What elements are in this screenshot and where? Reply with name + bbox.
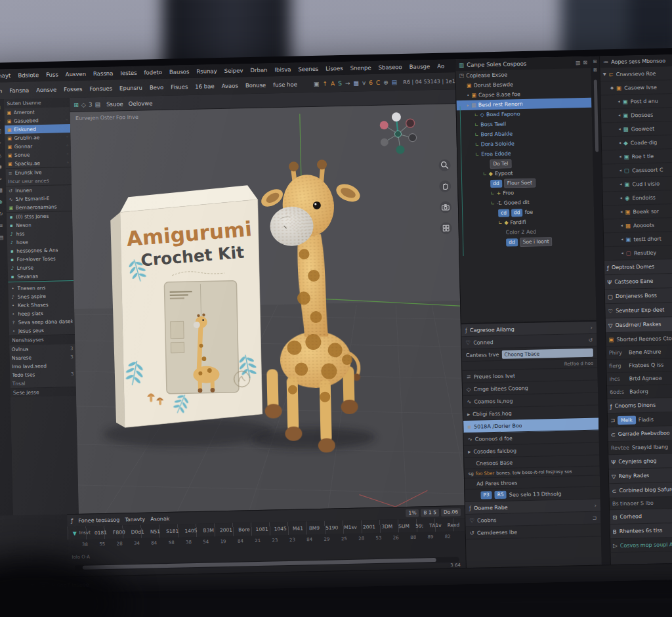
frame-number[interactable]: 8M9 — [309, 524, 320, 530]
node-chip[interactable]: cd — [498, 209, 509, 217]
panel-row[interactable]: ⊂ Corbined blog Safurg — [609, 482, 672, 498]
node-chip[interactable]: dd — [511, 209, 523, 217]
menu-item[interactable]: Rsunay — [193, 68, 220, 75]
frame-number[interactable]: N51 — [150, 528, 160, 534]
gizmo-center[interactable] — [394, 131, 401, 137]
property-arrow[interactable]: › — [595, 502, 597, 508]
menu-item[interactable]: Bausos — [166, 68, 193, 75]
tool-icon[interactable]: A — [331, 80, 335, 87]
workspace-tab[interactable]: Fanuvn — [0, 87, 6, 95]
tool-strip-icon[interactable]: ⊕ — [0, 199, 5, 205]
tool-strip-icon[interactable]: ≡ — [0, 223, 5, 228]
panel-row[interactable]: ▣ Sborted Reeneos Ctondas — [606, 331, 672, 347]
menu-item[interactable]: Ausven — [62, 70, 89, 77]
list-item[interactable]: Tnsal — [10, 378, 76, 388]
pan-button[interactable] — [439, 180, 451, 192]
panel-row[interactable]: ihcs Brtd Agnaoa — [607, 371, 672, 386]
node-button[interactable]: Flour Soet — [504, 178, 536, 188]
menu-item[interactable]: Lisoes — [322, 65, 346, 72]
timeline-editor-icon[interactable]: ƒ — [71, 517, 73, 524]
tool-strip-icon[interactable]: ◉ — [0, 163, 4, 169]
expand-icon[interactable]: ∟ — [474, 112, 478, 117]
expand-icon[interactable]: ◂ — [621, 237, 623, 242]
menu-item[interactable]: Rassna — [90, 70, 117, 77]
gizmo-axis-top[interactable] — [392, 112, 401, 121]
tool-icon[interactable]: 6 — [369, 79, 373, 86]
frame-number[interactable]: 2001 — [220, 526, 232, 532]
list-item[interactable]: • Jesus seus — [9, 326, 75, 335]
menu-item[interactable]: Sbaseoo — [375, 64, 406, 71]
gizmo-axis-right[interactable] — [406, 119, 415, 127]
tool-strip-icon[interactable]: + — [0, 140, 3, 146]
frame-control-chip[interactable]: 1% — [406, 509, 419, 517]
frame-number[interactable]: 3DM — [381, 523, 392, 529]
viewport-icon[interactable]: ⊞ — [74, 101, 79, 108]
property-chip[interactable]: R5 — [495, 491, 507, 499]
pin-icon[interactable]: ⊠ — [593, 68, 597, 73]
panel-row[interactable]: ƒ Cnooms Dinons — [607, 397, 672, 414]
workspace-tab[interactable]: Bevo — [146, 84, 167, 91]
menu-item[interactable]: Snenpe — [347, 64, 375, 72]
property-chip[interactable]: P3 — [480, 491, 492, 499]
frame-number[interactable]: F800 — [113, 529, 125, 535]
expand-icon[interactable]: ∟ — [498, 220, 502, 225]
frame-number[interactable]: Rexd — [448, 522, 460, 528]
panel-row[interactable]: ◂ ▩ Gooweet — [601, 121, 672, 137]
frame-number[interactable]: B3M — [203, 527, 214, 533]
frame-number[interactable]: SUM — [398, 522, 410, 528]
node-chip[interactable]: dd — [506, 238, 518, 246]
list-item[interactable]: ▪ Sevanas — [8, 271, 74, 281]
tool-icon[interactable]: S — [338, 80, 342, 87]
node-button[interactable]: Do Tel — [490, 159, 511, 169]
panel-row[interactable]: ⊂ Gerrade Paebvdboo — [608, 425, 672, 442]
timeline-menu-item[interactable]: Tanavty — [125, 516, 145, 522]
menu-item[interactable]: Bdsiote — [14, 72, 42, 79]
panel-row[interactable]: Ψ Ceynjess ghog — [608, 453, 672, 469]
viewport-icon[interactable]: ◇ — [81, 101, 86, 108]
viewport-menu[interactable]: Oelovwe — [127, 100, 155, 107]
frame-number[interactable]: 1405 — [184, 527, 197, 533]
frame-control-chip[interactable]: Do.06 — [441, 508, 461, 517]
expand-icon[interactable]: ∟ — [475, 152, 479, 157]
workspace-tab[interactable]: Avaos — [219, 82, 242, 89]
menu-item[interactable]: Seenes — [295, 66, 322, 73]
property-row[interactable]: ↺ Cemdeeses lbe — [466, 524, 601, 540]
viewport-scene[interactable]: Amigurumi Crochet Kit — [70, 104, 465, 514]
property-arrow[interactable]: › — [591, 324, 593, 330]
grid-toggle-button[interactable] — [440, 222, 452, 234]
panel-row[interactable]: Revtee Sraeyid Ibang — [608, 440, 672, 455]
panel-row[interactable]: ◂ ◉ Eondoiss — [602, 190, 672, 205]
expand-icon[interactable]: ◂ — [620, 196, 622, 201]
tool-strip-icon[interactable]: △ — [0, 152, 3, 158]
tool-icon[interactable]: ▤ — [392, 79, 398, 85]
gizmo-axis-side[interactable] — [408, 134, 416, 142]
panel-row[interactable]: Bs tinaoer S lbo — [610, 496, 672, 510]
tool-icon[interactable]: ⊕ — [383, 79, 388, 85]
gizmo-axis-bottom[interactable] — [396, 145, 404, 154]
gizmo-axis-back[interactable] — [381, 138, 388, 146]
tool-icon[interactable]: ▣ — [314, 81, 320, 87]
property-input[interactable]: Choong Tbace — [501, 348, 593, 358]
frame-number[interactable]: D0d1 — [131, 528, 144, 534]
frame-number[interactable]: 0181 — [94, 529, 107, 535]
expand-icon[interactable]: ◂ — [620, 209, 622, 215]
list-item[interactable]: Incur ueur ances — [6, 176, 72, 186]
list-item[interactable]: ▣ Bemaerosamans — [7, 202, 72, 212]
workspace-tab[interactable]: Fansna — [6, 87, 32, 94]
menu-item[interactable]: Bausge — [406, 63, 434, 70]
workspace-tab[interactable]: Fonsues — [86, 85, 116, 93]
frame-number[interactable]: 2001 — [363, 524, 375, 530]
expand-icon[interactable]: ∟ — [483, 171, 487, 177]
panel-row[interactable]: ◂ ▣ Cud I visio — [602, 176, 672, 192]
panel-row[interactable]: Ψ Castseoo Eane — [604, 273, 672, 289]
workspace-tab[interactable]: 16 bae — [192, 83, 218, 90]
panel-row[interactable]: ▽ Oasdrner/ Raskes — [606, 316, 672, 333]
workspace-tab[interactable]: Fisues — [167, 83, 191, 91]
frame-number[interactable]: S181 — [166, 528, 178, 534]
timeline-scrollbar[interactable] — [75, 557, 459, 570]
list-item[interactable]: ▣ Spacku.ae ◦ — [5, 158, 71, 168]
viewport-menu[interactable]: Ssuoe — [104, 100, 125, 108]
expand-icon[interactable]: ◂ — [619, 154, 621, 160]
workspace-tab[interactable]: Fosses — [60, 86, 86, 93]
frame-number[interactable]: 1045 — [274, 526, 287, 532]
